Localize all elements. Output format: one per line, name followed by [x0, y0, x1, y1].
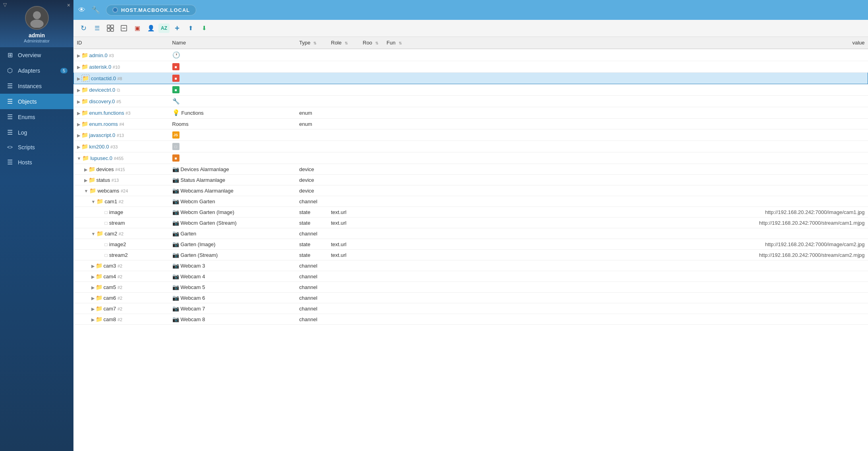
overview-icon: ⊞	[6, 51, 14, 59]
table-row[interactable]: ▶📁admin.0 #3🕐	[74, 49, 868, 61]
row-type-cell	[296, 141, 328, 152]
row-role-cell: text.url	[328, 239, 360, 250]
expand-arrow[interactable]: ▼	[84, 189, 89, 193]
filter-button[interactable]: ▣	[131, 22, 143, 34]
table-row[interactable]: ▶📁cam3 #2📷Webcam 3channel	[74, 260, 868, 271]
row-name-text: Functions	[181, 110, 204, 116]
row-id-text: contactid.0	[91, 75, 116, 81]
table-row[interactable]: ▶📁cam5 #2📷Webcam 5channel	[74, 282, 868, 293]
sidebar-item-label: Log	[18, 129, 27, 136]
sidebar-item-enums[interactable]: ☰ Enums	[0, 109, 73, 125]
expand-arrow[interactable]: ▶	[91, 274, 95, 279]
row-value-cell: http://192.168.20.242:7000/image/cam1.jp…	[407, 207, 868, 218]
expand-all-button[interactable]	[104, 22, 116, 34]
expand-arrow[interactable]: ▶	[77, 88, 80, 93]
sidebar-item-adapters[interactable]: ⬡ Adapters 5	[0, 63, 73, 78]
collapse-all-button[interactable]	[118, 22, 130, 34]
table-row[interactable]: ▼📁cam2 #2📷Gartenchannel	[74, 228, 868, 239]
row-func-cell	[384, 141, 407, 152]
table-row[interactable]: ▶📁km200.0 #33□	[74, 141, 868, 152]
row-role-cell	[328, 49, 360, 61]
row-id-cell: ▶📁javascript.0 #13	[74, 129, 169, 141]
row-id-cell: ▶📁admin.0 #3	[74, 49, 169, 61]
expand-arrow[interactable]: ▶	[91, 296, 95, 301]
table-row[interactable]: □image📷Webcm Garten (Image)statetext.url…	[74, 207, 868, 218]
col-value: value	[407, 37, 868, 49]
table-row[interactable]: ▶📁cam6 #2📷Webcam 6channel	[74, 293, 868, 303]
expand-arrow[interactable]: ▶	[77, 122, 80, 127]
cam-icon: 📷	[172, 187, 179, 194]
adapters-badge: 5	[60, 68, 68, 73]
wrench-icon[interactable]: 🔧	[91, 6, 100, 14]
list-button[interactable]: ☰	[91, 22, 103, 34]
table-row[interactable]: ▶📁enum.rooms #4Roomsenum	[74, 119, 868, 129]
row-name-cell: ■	[169, 84, 296, 96]
host-pill[interactable]: HOST.MACBOOK.LOCAL	[106, 5, 196, 15]
folder-icon: 📁	[81, 64, 88, 70]
table-row[interactable]: ▶📁devicectrl.0 ⧉■	[74, 84, 868, 96]
user-button[interactable]: 👤	[145, 22, 157, 34]
expand-arrow[interactable]: ▼	[77, 156, 81, 161]
table-row[interactable]: ▶📁asterisk.0 #10■	[74, 61, 868, 73]
close-button[interactable]: ×	[67, 2, 70, 8]
table-row[interactable]: □stream📷Webcm Garten (Stream)statetext.u…	[74, 218, 868, 228]
svg-rect-3	[111, 25, 114, 28]
expand-arrow[interactable]: ▶	[77, 65, 80, 69]
expand-arrow[interactable]: ▶	[84, 178, 87, 183]
row-func-cell	[384, 129, 407, 141]
row-id-cell: □stream	[74, 218, 169, 228]
table-row[interactable]: ▼📁webcams #24📷Webcams Alarmanlagedevice	[74, 185, 868, 196]
table-row[interactable]: ▶📁cam8 #2📷Webcam 8channel	[74, 314, 868, 325]
expand-arrow[interactable]: ▶	[77, 53, 80, 58]
sidebar-item-instances[interactable]: ☰ Instances	[0, 78, 73, 94]
table-row[interactable]: ▶📁devices #415📷Devices Alarmanlagedevice	[74, 164, 868, 175]
expand-arrow[interactable]: ▶	[91, 306, 95, 311]
sidebar-item-overview[interactable]: ⊞ Overview	[0, 47, 73, 63]
expand-arrow[interactable]: ▶	[84, 167, 87, 172]
table-row[interactable]: □stream2📷Garten (Stream)statetext.urlhtt…	[74, 250, 868, 260]
row-func-cell	[384, 49, 407, 61]
eye-icon[interactable]: 👁	[78, 6, 85, 14]
row-name-cell: 📷Garten (Stream)	[169, 250, 296, 260]
table-row[interactable]: ▶📁contactid.0 #8■	[74, 73, 868, 84]
table-row[interactable]: ▶📁javascript.0 #13JS	[74, 129, 868, 141]
table-row[interactable]: ▼📁lupusec.0 #455■	[74, 152, 868, 164]
expand-arrow[interactable]: ▶	[91, 317, 95, 322]
expand-arrow[interactable]: ▼	[91, 199, 96, 204]
add-button[interactable]: +	[171, 22, 183, 34]
az-button[interactable]: AZ	[158, 23, 170, 33]
row-role-cell	[328, 260, 360, 271]
folder-icon: 📁	[81, 52, 88, 58]
expand-arrow[interactable]: ▶	[77, 111, 80, 116]
table-row[interactable]: ▶📁status #13📷Status Alarmanlagedevice	[74, 175, 868, 185]
expand-arrow[interactable]: ▶	[77, 76, 80, 81]
sidebar-item-label: Overview	[18, 52, 41, 58]
expand-arrow[interactable]: ▶	[77, 99, 80, 104]
import-button[interactable]: ⬆	[185, 22, 197, 34]
row-room-cell	[360, 250, 384, 260]
expand-arrow[interactable]: ▶	[91, 264, 95, 268]
copy-icon[interactable]: ⧉	[117, 87, 120, 93]
sidebar-item-hosts[interactable]: ☰ Hosts	[0, 154, 73, 170]
refresh-button[interactable]: ↻	[77, 22, 89, 34]
table-row[interactable]: ▶📁enum.functions #3💡Functionsenum	[74, 107, 868, 119]
sidebar-item-objects[interactable]: ☰ Objects	[0, 94, 73, 109]
expand-arrow[interactable]: ▶	[77, 145, 80, 149]
expand-arrow[interactable]: ▶	[91, 285, 95, 290]
row-type-cell	[296, 84, 328, 96]
table-row[interactable]: ▼📁cam1 #2📷Webcm Gartenchannel	[74, 196, 868, 207]
table-row[interactable]: ▶📁discovery.0 #5🔧	[74, 96, 868, 107]
table-row[interactable]: ▶📁cam7 #2📷Webcam 7channel	[74, 303, 868, 314]
sidebar-item-log[interactable]: ☰ Log	[0, 125, 73, 140]
table-row[interactable]: ▶📁cam4 #2📷Webcam 4channel	[74, 271, 868, 282]
row-name-text: Rooms	[172, 121, 189, 127]
row-type-cell: channel	[296, 314, 328, 325]
row-hash: #415	[115, 167, 125, 172]
row-value-cell	[407, 185, 868, 196]
menu-button[interactable]: ▽	[3, 2, 7, 8]
table-row[interactable]: □image2📷Garten (Image)statetext.urlhttp:…	[74, 239, 868, 250]
expand-arrow[interactable]: ▶	[77, 133, 80, 138]
export-button[interactable]: ⬇	[198, 22, 210, 34]
expand-arrow[interactable]: ▼	[91, 231, 96, 236]
sidebar-item-scripts[interactable]: <> Scripts	[0, 140, 73, 154]
